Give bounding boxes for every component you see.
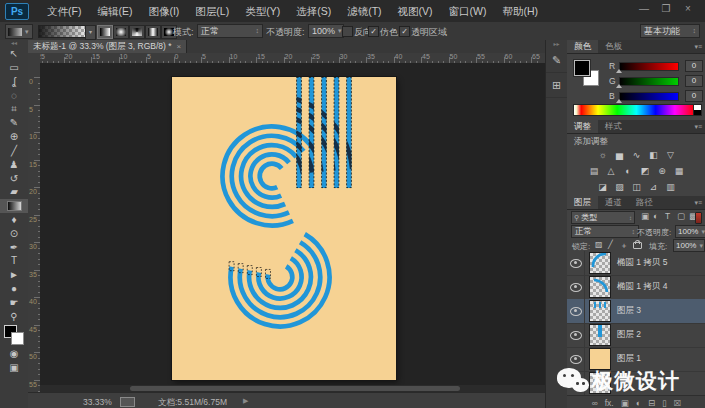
brightness-contrast-icon[interactable]: ☼	[594, 149, 611, 162]
exposure-icon[interactable]: ◧	[645, 149, 662, 162]
workspace-select[interactable]: 基本功能↕	[640, 24, 700, 38]
visibility-toggle[interactable]	[567, 323, 585, 347]
menu-select[interactable]: 选择(S)	[288, 0, 339, 22]
gradient-preview[interactable]	[38, 25, 86, 38]
zoom-level-field[interactable]: 33.33%	[83, 397, 112, 407]
tool-preset-dropdown[interactable]: ▾	[5, 24, 33, 39]
filter-pixel-icon[interactable]: ▣	[641, 211, 649, 221]
reflected-gradient-button[interactable]	[145, 25, 161, 39]
color-tab-色板[interactable]: 色板	[598, 40, 629, 53]
layer-thumbnail[interactable]	[589, 276, 611, 298]
menu-help[interactable]: 帮助(H)	[495, 0, 547, 22]
layer-filter-kind-select[interactable]: ⚲ 类型↕	[571, 211, 635, 224]
panel-menu-icon[interactable]: ▾≡	[694, 123, 702, 131]
filter-toggle-switch[interactable]	[695, 212, 702, 224]
layers-tab-通道[interactable]: 通道	[598, 196, 629, 209]
menu-edit[interactable]: 编辑(E)	[89, 0, 140, 22]
channel-slider-R[interactable]	[619, 62, 679, 71]
slider-thumb[interactable]	[616, 99, 622, 103]
move-tool[interactable]: ↖	[0, 47, 28, 61]
curves-icon[interactable]: ∿	[628, 149, 645, 162]
quick-mask-button[interactable]: ◉	[0, 347, 28, 361]
clone-stamp-tool[interactable]: ♟	[0, 157, 28, 171]
color-spectrum-ramp[interactable]	[573, 104, 695, 116]
channel-value-B[interactable]: 0	[685, 90, 703, 102]
radial-gradient-button[interactable]	[113, 25, 129, 39]
transparency-checkbox[interactable]: ✓	[399, 26, 410, 37]
layer-row-椭圆 1 拷贝 5[interactable]: 椭圆 1 拷贝 5	[567, 251, 705, 276]
channel-slider-B[interactable]	[619, 92, 679, 101]
menu-layer[interactable]: 图层(L)	[187, 0, 237, 22]
adjustments-tab-样式[interactable]: 样式	[598, 120, 629, 133]
photo-filter-icon[interactable]: ◩	[637, 165, 654, 178]
brush-tool[interactable]: ╱	[0, 144, 28, 158]
filter-shape-icon[interactable]: ▢	[677, 211, 685, 221]
menu-window[interactable]: 窗口(W)	[441, 0, 495, 22]
visibility-toggle[interactable]	[567, 299, 585, 323]
layer-opacity-select[interactable]: 100%▾	[675, 225, 705, 238]
ellipse-shape-tool[interactable]: ●	[0, 282, 28, 296]
eraser-tool[interactable]: ▰	[0, 185, 28, 199]
blend-mode-select[interactable]: 正常↕	[197, 24, 263, 38]
layer-row-图层 2[interactable]: 图层 2	[567, 323, 705, 348]
layer-blend-mode-select[interactable]: 正常↕	[571, 225, 639, 238]
gradient-tool[interactable]	[0, 199, 28, 213]
healing-brush-tool[interactable]: ⊕	[0, 130, 28, 144]
angle-gradient-button[interactable]	[129, 25, 145, 39]
close-tab-icon[interactable]: ×	[177, 42, 182, 51]
close-button[interactable]: ×	[677, 0, 699, 16]
color-tab-颜色[interactable]: 颜色	[567, 40, 598, 53]
invert-icon[interactable]: ◪	[594, 181, 611, 194]
visibility-toggle[interactable]	[567, 275, 585, 299]
hue-saturation-icon[interactable]: ▤	[586, 165, 603, 178]
levels-icon[interactable]: ▅	[611, 149, 628, 162]
crop-tool[interactable]: ⌗	[0, 102, 28, 116]
threshold-icon[interactable]: ◫	[628, 181, 645, 194]
panel-menu-icon[interactable]: ▾≡	[694, 199, 702, 207]
quick-select-tool[interactable]: ◌	[0, 88, 28, 102]
panel-menu-icon[interactable]: ▾≡	[694, 43, 702, 51]
type-tool-tool[interactable]: T	[0, 254, 28, 268]
scrollbar-thumb[interactable]	[130, 386, 460, 391]
dodge-tool[interactable]: ⊙	[0, 226, 28, 240]
layer-thumbnail[interactable]	[589, 300, 611, 322]
dither-checkbox[interactable]: ✓	[368, 26, 379, 37]
reverse-checkbox[interactable]	[342, 26, 353, 37]
blur-tool[interactable]: ♦	[0, 213, 28, 227]
horizontal-scrollbar[interactable]	[40, 385, 545, 392]
toolbar-collapse-icon[interactable]: ◂◂	[0, 40, 28, 47]
channel-mixer-icon[interactable]: ⊛	[654, 165, 671, 178]
foreground-background-colors[interactable]	[0, 323, 28, 347]
opacity-select[interactable]: 100%▾	[308, 24, 344, 38]
screen-mode-button[interactable]: ▣	[0, 361, 28, 375]
color-lookup-icon[interactable]: ▦	[671, 165, 688, 178]
channel-slider-G[interactable]	[619, 77, 679, 86]
layer-thumbnail[interactable]	[589, 324, 611, 346]
rect-marquee-tool[interactable]: ▭	[0, 61, 28, 75]
minimize-button[interactable]: —	[633, 0, 655, 16]
lasso-tool[interactable]: ʆ	[0, 75, 28, 89]
canvas-viewport[interactable]	[40, 63, 545, 385]
path-select-tool[interactable]: ►	[0, 268, 28, 282]
slider-thumb[interactable]	[616, 69, 622, 73]
menu-image[interactable]: 图像(I)	[140, 0, 187, 22]
slider-thumb[interactable]	[616, 84, 622, 88]
channel-value-R[interactable]: 0	[685, 60, 703, 72]
linear-gradient-button[interactable]	[97, 25, 113, 39]
vibrance-icon[interactable]: ▽	[662, 149, 679, 162]
history-brush-tool[interactable]: ↺	[0, 171, 28, 185]
pen-tool[interactable]: ✒	[0, 240, 28, 254]
lock-transparent-icon[interactable]: ▨	[595, 240, 603, 249]
menu-type[interactable]: 类型(Y)	[237, 0, 288, 22]
layer-row-图层 3[interactable]: 图层 3	[567, 299, 705, 324]
zoom-tool-tool[interactable]: ⚲	[0, 309, 28, 323]
lock-paint-icon[interactable]: ╱	[608, 240, 613, 249]
expand-panels-icon[interactable]: ▸▸	[546, 40, 567, 48]
adjustments-tab-调整[interactable]: 调整	[567, 120, 598, 133]
channel-value-G[interactable]: 0	[685, 75, 703, 87]
spectrum-bw-swatches[interactable]	[693, 104, 702, 116]
hand-tool[interactable]: ☛	[0, 295, 28, 309]
canvas[interactable]	[172, 77, 396, 380]
color-balance-icon[interactable]: △	[603, 165, 620, 178]
brush-panel-icon[interactable]: ✎	[546, 48, 567, 73]
